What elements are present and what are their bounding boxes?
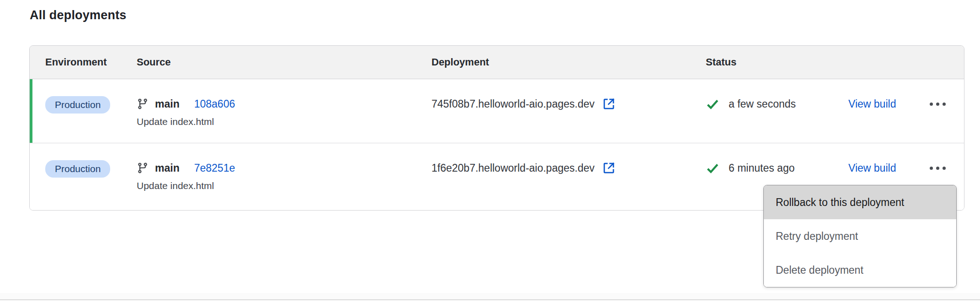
ellipsis-menu-icon[interactable] xyxy=(928,162,948,174)
dot xyxy=(943,103,946,106)
deployment-cell: 1f6e20b7.helloworld-aio.pages.dev xyxy=(431,143,706,210)
status-cell: a few seconds View build xyxy=(706,96,964,112)
checkmark-icon xyxy=(706,161,719,175)
column-header-source: Source xyxy=(137,56,431,68)
dot xyxy=(930,167,933,170)
deployment-url: 745f08b7.helloworld-aio.pages.dev xyxy=(431,98,595,110)
menu-item-retry[interactable]: Retry deployment xyxy=(764,219,956,253)
git-branch-icon xyxy=(137,162,149,174)
dot xyxy=(936,167,939,170)
commit-link[interactable]: 7e8251e xyxy=(194,162,235,174)
commit-link[interactable]: 108a606 xyxy=(194,98,235,110)
section-divider xyxy=(0,293,980,300)
status-time: a few seconds xyxy=(729,98,796,110)
deployment-context-menu: Rollback to this deployment Retry deploy… xyxy=(763,185,957,287)
table-header-row: Environment Source Deployment Status xyxy=(30,46,964,79)
status-time: 6 minutes ago xyxy=(729,162,794,174)
column-header-environment: Environment xyxy=(30,56,137,68)
current-deployment-indicator-bar xyxy=(30,79,32,143)
deployment-cell: 745f08b7.helloworld-aio.pages.dev xyxy=(431,79,706,143)
column-header-status: Status xyxy=(706,56,964,68)
environment-cell: Production xyxy=(30,79,137,143)
dot xyxy=(930,103,933,106)
environment-cell: Production xyxy=(30,143,137,210)
column-header-deployment: Deployment xyxy=(431,56,706,68)
deployment-url: 1f6e20b7.helloworld-aio.pages.dev xyxy=(431,162,595,174)
ellipsis-menu-icon[interactable] xyxy=(928,98,948,110)
external-link-icon[interactable] xyxy=(602,161,616,175)
branch-name: main xyxy=(155,162,180,174)
environment-badge: Production xyxy=(45,96,110,114)
source-cell: main 108a606 Update index.html xyxy=(137,79,431,143)
table-row: Production main 108a606 Update index.htm… xyxy=(30,79,964,143)
menu-item-delete[interactable]: Delete deployment xyxy=(764,253,956,287)
view-build-link[interactable]: View build xyxy=(848,162,896,174)
menu-item-rollback[interactable]: Rollback to this deployment xyxy=(764,185,956,219)
dot xyxy=(936,103,939,106)
environment-badge: Production xyxy=(45,160,110,178)
page-title: All deployments xyxy=(30,8,127,22)
status-cell: 6 minutes ago View build xyxy=(706,160,964,176)
external-link-icon[interactable] xyxy=(602,97,616,111)
commit-message: Update index.html xyxy=(137,116,431,127)
commit-message: Update index.html xyxy=(137,180,431,191)
view-build-link[interactable]: View build xyxy=(848,98,896,110)
checkmark-icon xyxy=(706,97,719,111)
source-cell: main 7e8251e Update index.html xyxy=(137,143,431,210)
dot xyxy=(943,167,946,170)
branch-name: main xyxy=(155,98,180,110)
git-branch-icon xyxy=(137,98,149,110)
